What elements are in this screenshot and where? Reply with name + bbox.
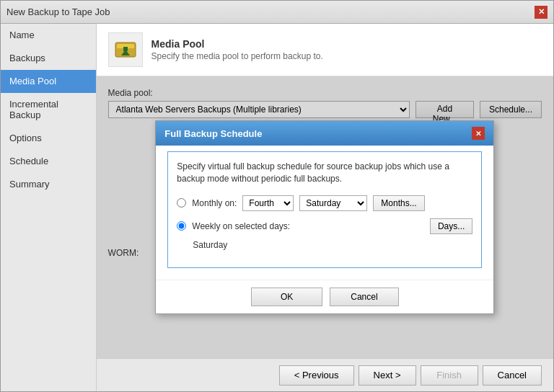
window-title: New Backup to Tape Job [6, 6, 110, 17]
modal-overlay: Full Backup Schedule ✕ Specify virtual f… [97, 76, 553, 358]
full-backup-schedule-dialog: Full Backup Schedule ✕ Specify virtual f… [155, 120, 494, 314]
previous-button[interactable]: < Previous [279, 365, 354, 386]
day-of-week-dropdown[interactable]: MondayTuesdayWednesdayThursdayFridaySatu… [299, 195, 367, 211]
sidebar-item-backups[interactable]: Backups [1, 47, 96, 70]
modal-content-border: Specify virtual full backup schedule for… [167, 151, 482, 268]
window-close-button[interactable]: ✕ [535, 6, 548, 19]
sidebar-item-summary[interactable]: Summary [1, 173, 96, 196]
panel-body: Media pool: Atlanta Web Servers Backups … [97, 76, 553, 358]
modal-title: Full Backup Schedule [164, 128, 262, 139]
panel-title-group: Media Pool Specify the media pool to per… [151, 38, 323, 61]
media-pool-icon [108, 32, 143, 67]
panel-header: Media Pool Specify the media pool to per… [97, 24, 553, 76]
monthly-label[interactable]: Monthly on: [192, 198, 237, 208]
finish-button[interactable]: Finish [421, 365, 478, 386]
panel-title: Media Pool [151, 38, 323, 50]
weekly-label[interactable]: Weekly on selected days: [192, 221, 290, 231]
sidebar: Name Backups Media Pool Incremental Back… [1, 24, 97, 391]
ok-button[interactable]: OK [251, 288, 322, 306]
main-panel: Media Pool Specify the media pool to per… [97, 24, 553, 391]
svg-rect-3 [123, 47, 128, 51]
title-bar: New Backup to Tape Job ✕ [1, 1, 553, 24]
sidebar-item-media-pool[interactable]: Media Pool [1, 70, 96, 93]
main-window: New Backup to Tape Job ✕ Name Backups Me… [0, 0, 554, 392]
icon-svg [113, 37, 138, 63]
days-button[interactable]: Days... [430, 218, 472, 234]
panel-subtitle: Specify the media pool to perform backup… [151, 51, 323, 61]
weekly-on-row: Weekly on selected days: Days... [177, 218, 472, 234]
weekly-label-group: Weekly on selected days: [177, 221, 430, 231]
modal-footer: OK Cancel [156, 280, 493, 313]
next-button[interactable]: Next > [359, 365, 416, 386]
content-area: Name Backups Media Pool Incremental Back… [1, 24, 553, 391]
footer: < Previous Next > Finish Cancel [97, 358, 553, 391]
weekly-radio[interactable] [177, 221, 186, 231]
selected-days-display: Saturday [177, 240, 472, 250]
modal-title-bar: Full Backup Schedule ✕ [156, 121, 493, 146]
months-button[interactable]: Months... [373, 195, 424, 211]
sidebar-item-options[interactable]: Options [1, 127, 96, 150]
monthly-on-row: Monthly on: FirstSecondThirdFourthLast M… [177, 195, 472, 211]
sidebar-item-schedule[interactable]: Schedule [1, 150, 96, 173]
sidebar-item-name[interactable]: Name [1, 24, 96, 47]
modal-description: Specify virtual full backup schedule for… [177, 161, 472, 185]
monthly-radio[interactable] [177, 198, 186, 208]
modal-close-button[interactable]: ✕ [472, 127, 485, 140]
sidebar-item-incremental-backup[interactable]: Incremental Backup [1, 93, 96, 127]
month-week-dropdown[interactable]: FirstSecondThirdFourthLast [242, 195, 294, 211]
modal-cancel-button[interactable]: Cancel [330, 288, 398, 306]
cancel-button[interactable]: Cancel [483, 365, 542, 386]
